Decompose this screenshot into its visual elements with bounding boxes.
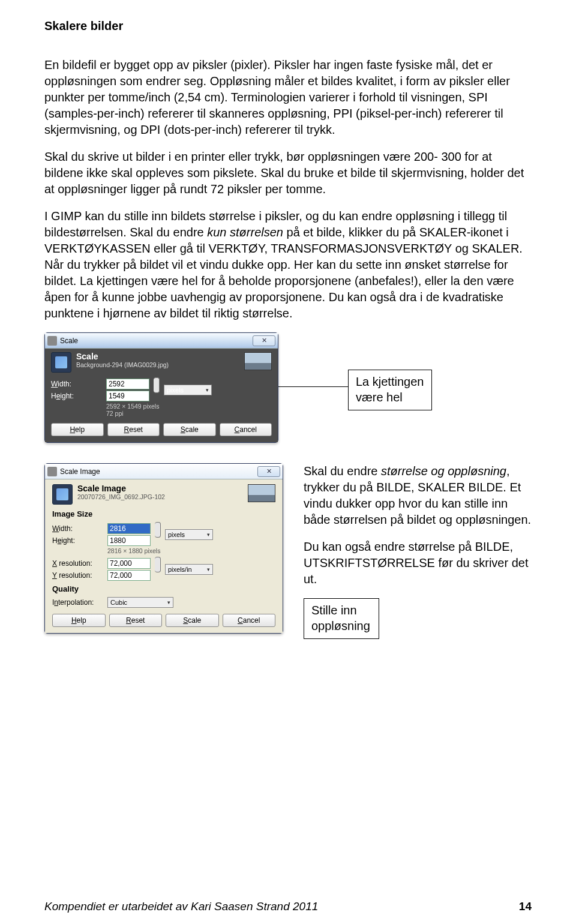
page-number: 14 (519, 900, 532, 913)
paragraph-2: Skal du skrive ut bilder i en printer el… (44, 149, 532, 197)
text-italic: kun størrelsen (207, 226, 283, 239)
gimp-icon (47, 336, 57, 346)
width-input[interactable] (106, 379, 149, 389)
reset-button[interactable]: Reset (107, 423, 160, 436)
quality-group: Quality (52, 584, 275, 593)
image-size-group: Image Size (52, 509, 275, 518)
close-icon[interactable]: ✕ (257, 466, 280, 477)
unit-select[interactable]: pixels (165, 529, 213, 540)
height-input[interactable] (107, 535, 151, 546)
height-label: Height: (52, 536, 104, 545)
scale-dialog: Scale ✕ Scale Background-294 (IMAG0029.j… (44, 332, 278, 443)
help-button[interactable]: Help (52, 614, 106, 627)
paragraph-5: Du kan også endre størrelse på BILDE, UT… (304, 539, 532, 587)
section-title: Scale Image (77, 484, 165, 493)
preview-thumbnail (248, 484, 275, 502)
window-title: Scale Image (60, 467, 257, 476)
height-label: Height: (51, 392, 103, 400)
interpolation-select[interactable]: Cubic (107, 597, 173, 608)
interpolation-label: Interpolation: (52, 598, 104, 607)
window-title: Scale (60, 337, 253, 345)
scale-button[interactable]: Scale (163, 423, 216, 436)
section-subtitle: 20070726_IMG_0692.JPG-102 (77, 493, 165, 500)
chain-link-icon[interactable] (152, 377, 161, 403)
size-hint: 2816 × 1880 pixels (107, 547, 275, 554)
chain-link-icon[interactable] (153, 522, 163, 547)
footer-text: Kompendiet er utarbeidet av Kari Saasen … (44, 900, 318, 913)
paragraph-1: En bildefil er bygget opp av piksler (pi… (44, 57, 532, 138)
paragraph-4: Skal du endre størrelse og oppløsning, t… (304, 463, 532, 528)
text-italic: størrelse og oppløsning (381, 464, 506, 478)
figure-row-1: Scale ✕ Scale Background-294 (IMAG0029.j… (44, 332, 532, 443)
yres-input[interactable] (107, 570, 151, 581)
help-button[interactable]: Help (51, 423, 104, 436)
text-fragment: på et bilde, klikker du på SKALER-ikonet… (44, 226, 523, 320)
section-subtitle: Background-294 (IMAG0029.jpg) (76, 361, 169, 368)
dialog-body: Scale Background-294 (IMAG0029.jpg) Widt… (45, 349, 278, 442)
gimp-icon (47, 467, 57, 476)
scale-image-dialog: Scale Image ✕ Scale Image 20070726_IMG_0… (44, 463, 283, 634)
res-unit-select[interactable]: pixels/in (165, 564, 213, 575)
titlebar: Scale Image ✕ (45, 464, 283, 479)
callout-chain: La kjettingen være hel (348, 370, 432, 410)
callout-resolution: Stille inn oppløsning (304, 598, 379, 639)
width-label: Width: (51, 380, 103, 388)
ppi-hint: 72 ppi (106, 410, 272, 417)
cancel-button[interactable]: Cancel (223, 614, 276, 627)
scale-image-icon (52, 484, 73, 505)
dialog-body: Scale Image 20070726_IMG_0692.JPG-102 Im… (45, 479, 283, 633)
chain-link-icon[interactable] (153, 557, 163, 582)
width-input[interactable] (107, 523, 151, 534)
width-label: Width: (52, 524, 104, 533)
scale-icon (51, 352, 71, 373)
reset-button[interactable]: Reset (109, 614, 163, 627)
xres-input[interactable] (107, 558, 151, 569)
section-title: Scale (76, 352, 169, 361)
page-footer: Kompendiet er utarbeidet av Kari Saasen … (44, 900, 532, 913)
yres-label: Y resolution: (52, 571, 104, 580)
paragraph-3: I GIMP kan du stille inn bildets størrel… (44, 208, 532, 322)
text-fragment: Skal du endre (304, 464, 381, 478)
scale-button[interactable]: Scale (166, 614, 219, 627)
cancel-button[interactable]: Cancel (220, 423, 272, 436)
titlebar: Scale ✕ (45, 333, 278, 349)
figure-row-2: Scale Image ✕ Scale Image 20070726_IMG_0… (44, 463, 532, 639)
unit-select[interactable]: pixels (164, 385, 212, 395)
page-heading: Skalere bilder (44, 19, 532, 33)
close-icon[interactable]: ✕ (253, 335, 275, 346)
preview-thumbnail (244, 352, 272, 370)
size-hint: 2592 × 1549 pixels (106, 403, 272, 410)
height-input[interactable] (106, 391, 149, 401)
connector-line (278, 386, 348, 387)
xres-label: X resolution: (52, 559, 104, 568)
